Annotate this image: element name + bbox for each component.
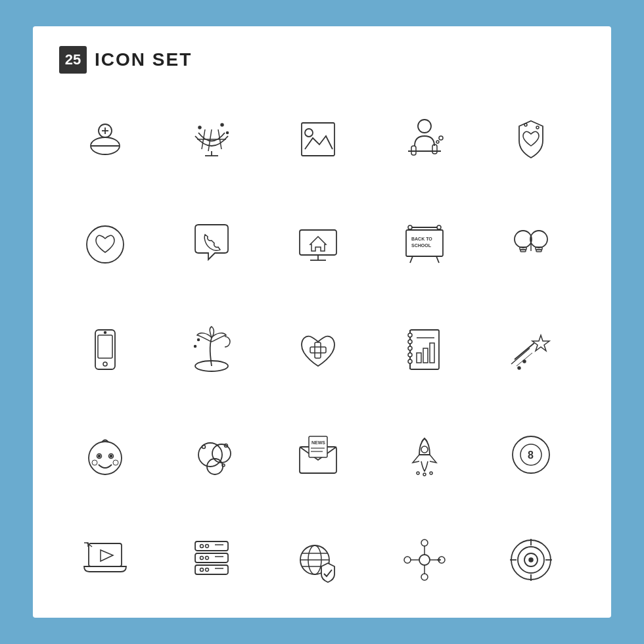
icon-love-badge[interactable] <box>485 93 577 185</box>
svg-text:BACK TO: BACK TO <box>411 237 432 241</box>
svg-rect-45 <box>98 335 112 358</box>
svg-point-119 <box>421 540 428 546</box>
svg-point-50 <box>195 346 196 348</box>
svg-rect-19 <box>432 145 437 154</box>
svg-rect-51 <box>310 347 326 353</box>
svg-text:SCHOOL: SCHOOL <box>411 243 432 248</box>
svg-line-65 <box>511 348 530 364</box>
svg-marker-96 <box>101 550 113 561</box>
svg-point-104 <box>200 568 204 572</box>
svg-point-88 <box>421 446 428 453</box>
icon-medicine-pill[interactable] <box>59 93 151 185</box>
svg-point-102 <box>200 557 204 560</box>
svg-point-73 <box>99 455 101 457</box>
svg-point-101 <box>206 545 209 548</box>
icon-lightbulbs[interactable] <box>485 198 577 290</box>
svg-rect-18 <box>411 146 416 155</box>
icon-bubbles[interactable] <box>166 409 258 501</box>
icon-shooting-star[interactable] <box>485 304 577 396</box>
svg-point-57 <box>408 346 412 350</box>
icon-grid: BACK TO SCHOOL <box>59 93 585 606</box>
svg-rect-52 <box>315 342 321 358</box>
svg-rect-42 <box>536 250 541 252</box>
svg-point-40 <box>530 231 547 248</box>
icon-phone-chat[interactable] <box>166 198 258 290</box>
svg-point-74 <box>110 455 112 457</box>
svg-point-15 <box>305 129 313 137</box>
icon-billiard-8[interactable]: 8 <box>485 409 577 501</box>
svg-point-120 <box>421 574 428 580</box>
svg-point-56 <box>408 340 412 344</box>
svg-rect-25 <box>300 230 336 255</box>
svg-point-82 <box>222 464 225 467</box>
icon-disco-ball[interactable] <box>166 93 258 185</box>
svg-point-105 <box>206 568 209 572</box>
svg-point-55 <box>408 333 412 337</box>
svg-point-114 <box>419 555 430 565</box>
svg-point-58 <box>408 353 412 357</box>
svg-point-37 <box>515 231 532 248</box>
svg-point-80 <box>202 446 206 449</box>
svg-rect-95 <box>89 543 122 566</box>
svg-rect-39 <box>520 250 526 252</box>
svg-rect-62 <box>430 343 434 363</box>
svg-point-76 <box>113 460 118 465</box>
svg-point-121 <box>404 557 411 563</box>
svg-point-21 <box>439 136 443 140</box>
svg-line-35 <box>410 256 413 263</box>
svg-point-89 <box>417 472 419 474</box>
icon-baby-face[interactable] <box>59 409 151 501</box>
icon-scientist[interactable] <box>379 93 471 185</box>
svg-point-24 <box>87 226 124 263</box>
svg-point-128 <box>529 558 533 562</box>
icon-target-circle[interactable] <box>485 514 577 606</box>
svg-point-16 <box>418 120 431 133</box>
svg-point-10 <box>221 124 223 126</box>
svg-line-36 <box>436 256 439 263</box>
svg-point-100 <box>200 545 204 548</box>
icon-night-palm[interactable] <box>166 304 258 396</box>
svg-line-66 <box>517 353 532 366</box>
svg-line-64 <box>515 343 534 359</box>
svg-point-75 <box>92 460 97 465</box>
icon-laptop-video[interactable] <box>59 514 151 606</box>
svg-text:8: 8 <box>528 449 534 461</box>
main-card: 25 ICON SET <box>33 26 611 618</box>
icon-photo-frame[interactable] <box>272 93 364 185</box>
svg-point-69 <box>518 367 520 369</box>
svg-point-59 <box>408 359 412 363</box>
icon-heart-circle[interactable] <box>59 198 151 290</box>
icon-network-plus[interactable] <box>379 514 471 606</box>
svg-point-68 <box>523 360 526 363</box>
page-title: ICON SET <box>95 49 192 70</box>
icon-smart-home[interactable] <box>272 198 364 290</box>
svg-point-91 <box>430 472 432 474</box>
icon-server-stack[interactable] <box>166 514 258 606</box>
svg-point-9 <box>198 126 201 129</box>
icon-news-mail[interactable]: NEWS <box>272 409 364 501</box>
svg-rect-61 <box>423 348 428 363</box>
svg-point-20 <box>436 141 439 143</box>
badge-number: 25 <box>59 46 87 74</box>
svg-point-11 <box>227 132 229 134</box>
icon-globe-shield[interactable] <box>272 514 364 606</box>
svg-point-49 <box>198 339 200 341</box>
svg-point-70 <box>89 442 122 474</box>
icon-smartphone[interactable] <box>59 304 151 396</box>
icon-report-book[interactable] <box>379 304 471 396</box>
svg-rect-84 <box>309 436 327 457</box>
icon-bandage-heart[interactable] <box>272 304 364 396</box>
svg-point-103 <box>206 557 209 560</box>
svg-marker-26 <box>310 237 326 251</box>
header: 25 ICON SET <box>59 46 585 74</box>
svg-point-23 <box>536 126 539 129</box>
svg-rect-60 <box>417 353 421 363</box>
svg-point-46 <box>103 362 107 366</box>
svg-rect-14 <box>302 123 334 156</box>
svg-point-90 <box>423 473 426 476</box>
icon-rocket-launch[interactable] <box>379 409 471 501</box>
svg-marker-67 <box>532 335 549 351</box>
icon-back-to-school[interactable]: BACK TO SCHOOL <box>379 198 471 290</box>
svg-point-47 <box>104 332 106 334</box>
svg-point-22 <box>524 124 527 126</box>
